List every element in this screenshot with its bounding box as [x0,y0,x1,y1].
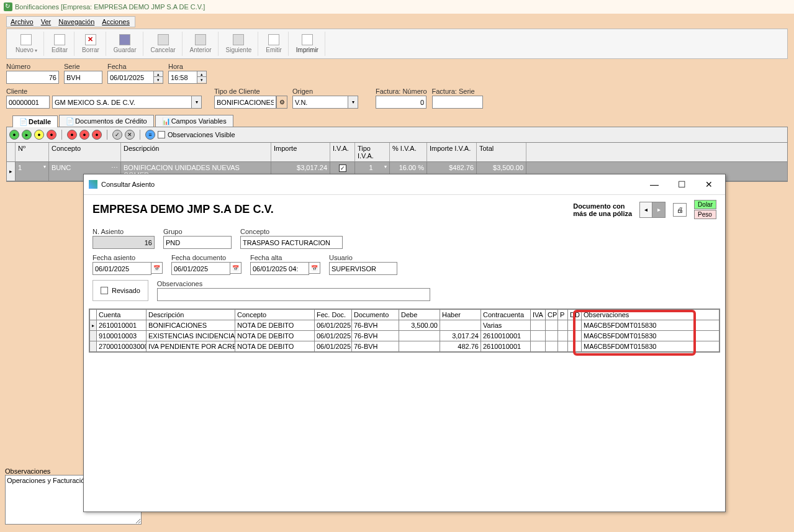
new-button[interactable]: Nuevo [9,32,44,56]
emit-button[interactable]: Emitir [259,32,289,56]
serie-input[interactable] [64,71,102,84]
circ-1[interactable]: ● [9,130,19,140]
dgh-contra[interactable]: Contracuenta [481,309,531,320]
peso-button[interactable]: Peso [694,210,716,219]
revisado-box: Revisado [92,280,148,301]
gh-pctiva[interactable]: % I.V.A. [390,143,427,161]
gh-iva[interactable]: I.V.A. [330,143,355,161]
revisado-checkbox[interactable] [101,287,108,294]
tab-detalle[interactable]: 📄Detalle [12,115,58,127]
save-button[interactable]: Guardar [107,32,143,56]
gh-importe[interactable]: Importe [271,143,330,161]
fecha-asiento-cal[interactable]: 📅 [151,262,163,274]
gh-concepto[interactable]: Concepto [49,143,121,161]
dgh-concepto[interactable]: Concepto [235,309,315,320]
dlg-row-selector[interactable] [89,331,97,341]
gh-no[interactable]: Nº [16,143,49,161]
n-asiento-input[interactable] [92,236,155,249]
menu-ver[interactable]: Ver [41,18,52,25]
dgh-desc[interactable]: Descripción [147,309,235,320]
circ-10[interactable]: ≡ [145,130,155,140]
arrow-left[interactable]: ◂ [640,202,652,217]
fecha-alta-input[interactable] [250,262,309,275]
dgh-debe[interactable]: Debe [399,309,440,320]
cliente-name-input[interactable] [52,96,192,109]
tipo-lookup[interactable]: ⚙ [276,96,287,109]
circ-9[interactable]: ✕ [125,130,135,140]
usuario-input[interactable] [329,262,397,275]
gh-total[interactable]: Total [477,143,526,161]
hora-up[interactable]: ▴ [197,71,206,77]
maximize-button[interactable]: ☐ [670,177,693,192]
factnum-input[interactable] [376,96,426,109]
fecha-doc-input[interactable] [171,262,230,275]
cancel-button[interactable]: Cancelar [145,32,183,56]
print-button[interactable]: Imprimir [290,32,325,56]
next-button[interactable]: Siguiente [220,32,259,56]
menu-archivo[interactable]: Archivo [11,18,34,25]
factser-input[interactable] [432,96,483,109]
prev-button[interactable]: Anterior [184,32,219,56]
circ-8[interactable]: ✓ [112,130,122,140]
circ-2[interactable]: ▸ [22,130,32,140]
dlg-obs-input[interactable] [157,288,430,301]
dolar-button[interactable]: Dolar [694,200,716,209]
dgh-fecdoc[interactable]: Fec. Doc. [315,309,352,320]
circ-5[interactable]: ● [67,130,77,140]
menu-acciones[interactable]: Acciones [102,18,130,25]
close-button[interactable]: ✕ [698,177,720,192]
cliente-code-input[interactable] [6,96,50,109]
gr-ivachk[interactable]: ✓ [339,165,346,172]
fecha-doc-cal[interactable]: 📅 [230,262,241,274]
origen-dropdown[interactable]: ▾ [348,96,358,109]
numero-input[interactable] [6,71,59,84]
arrow-right[interactable]: ▸ [652,202,665,217]
obs-visible-check[interactable] [158,131,165,138]
dgh-iva[interactable]: IVA [531,309,546,320]
gh-tipoiva[interactable]: Tipo I.V.A. [355,143,390,161]
tipo-input[interactable] [214,96,276,109]
circ-3[interactable]: ● [34,130,44,140]
fecha-input[interactable] [107,71,153,84]
title-text: Bonificaciones [Empresa: EMPRESA DEMO JM… [15,3,205,11]
row-selector[interactable]: ▸ [7,162,16,181]
dgh-cp[interactable]: CP [546,309,558,320]
dgc-concepto: NOTA DE DEBITO [235,320,315,331]
tab-docs[interactable]: 📄Documentos de Crédito [59,115,154,127]
fecha-up[interactable]: ▴ [154,71,163,77]
gr-no: 1 [18,164,22,179]
edit-button[interactable]: Editar [45,32,74,56]
concepto-input[interactable] [240,236,343,249]
hora-input[interactable] [168,71,197,84]
dgc-cp [546,341,558,352]
tab-campos[interactable]: 📊Campos Variables [155,115,233,127]
fecha-alta-cal[interactable]: 📅 [309,262,320,274]
grupo-input[interactable] [163,236,232,249]
fecha-down[interactable]: ▾ [154,77,163,83]
menu-navegacion[interactable]: Navegación [58,18,94,25]
dgh-doc[interactable]: Documento [352,309,399,320]
dgc-p [558,320,568,331]
dgc-doc: 76-BVH [352,331,399,341]
dlg-row-selector[interactable]: ▸ [89,320,97,331]
gh-desc[interactable]: Descripción [121,143,271,161]
dgh-haber[interactable]: Haber [440,309,481,320]
circ-6[interactable]: ● [79,130,89,140]
circ-7[interactable]: ● [92,130,102,140]
delete-button[interactable]: Borrar [76,32,106,56]
dgh-cuenta[interactable]: Cuenta [97,309,147,320]
numero-label: Número [6,63,59,70]
dialog-print-button[interactable]: 🖨 [673,203,687,217]
dlg-row-selector[interactable] [89,341,97,352]
cliente-dropdown[interactable]: ▾ [192,96,202,109]
origen-input[interactable] [292,96,348,109]
prev-icon [195,34,206,45]
hora-down[interactable]: ▾ [197,77,206,83]
delete-icon [85,34,96,45]
circ-4[interactable]: ● [47,130,56,140]
dgc-iva [531,341,546,352]
gh-impiva[interactable]: Importe I.V.A. [427,143,477,161]
fecha-asiento-input[interactable] [92,262,151,275]
minimize-button[interactable]: — [643,177,665,192]
dgh-p[interactable]: P [558,309,568,320]
